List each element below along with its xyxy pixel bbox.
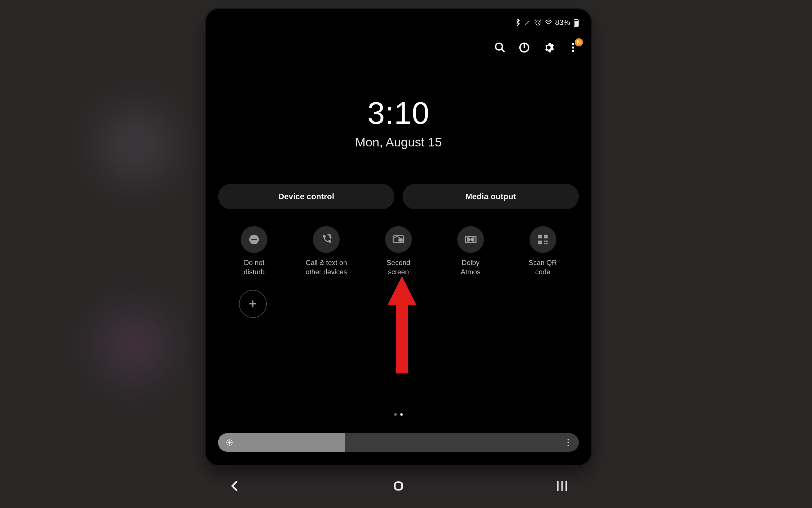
device-frame: 83% N 3:10 Mon, August 15 Device control… [206, 9, 591, 465]
media-output-button[interactable]: Media output [402, 184, 579, 209]
svg-point-4 [496, 43, 502, 50]
brightness-fill [218, 433, 345, 452]
home-button[interactable] [390, 477, 407, 495]
qs-tile-do-not-disturb[interactable]: Do not disturb [219, 226, 289, 277]
qs-label: Do not disturb [244, 258, 264, 277]
svg-rect-19 [544, 243, 546, 245]
brightness-more-icon[interactable] [564, 433, 572, 452]
qs-label: Second screen [387, 258, 410, 277]
svg-rect-10 [251, 239, 257, 240]
notification-badge: N [575, 38, 583, 46]
qs-tile-scan-qr[interactable]: Scan QR code [508, 226, 578, 277]
dnd-icon [241, 226, 267, 253]
svg-rect-20 [546, 243, 548, 245]
svg-rect-2 [574, 21, 578, 26]
settings-gear-icon[interactable] [543, 42, 554, 53]
pen-icon [524, 19, 531, 27]
pill-label: Media output [465, 192, 516, 201]
background-blob [96, 307, 171, 383]
svg-rect-12 [398, 238, 403, 242]
svg-point-7 [572, 46, 574, 48]
page-dot[interactable] [394, 413, 397, 416]
system-navigation-bar [206, 474, 591, 498]
qs-label: Dolby Atmos [461, 258, 480, 277]
alarm-icon [534, 19, 542, 27]
qs-tile-dolby-atmos[interactable]: Dolby Atmos [436, 226, 506, 277]
page-dot-active[interactable] [400, 413, 403, 416]
brightness-icon [226, 439, 233, 446]
clock-section: 3:10 Mon, August 15 [206, 97, 591, 149]
background-blob [98, 107, 174, 183]
bluetooth-icon [513, 19, 521, 27]
power-icon[interactable] [518, 42, 530, 53]
wifi-icon [545, 19, 552, 27]
qr-code-icon [529, 226, 556, 253]
svg-point-8 [572, 50, 574, 52]
panel-toolbar: N [494, 42, 579, 53]
quick-settings-grid: Do not disturb Call & text on other devi… [218, 226, 579, 277]
add-tile-button[interactable] [239, 290, 267, 318]
qs-label: Scan QR code [529, 258, 557, 277]
svg-rect-23 [395, 482, 402, 490]
battery-percentage: 83% [555, 18, 570, 27]
clock-date: Mon, August 15 [206, 135, 591, 149]
second-screen-icon [385, 226, 412, 253]
back-button[interactable] [226, 477, 244, 495]
qs-add-row [218, 290, 288, 318]
qs-label: Call & text on other devices [306, 258, 347, 277]
brightness-slider[interactable] [218, 433, 579, 452]
svg-marker-21 [387, 276, 417, 374]
more-options-icon[interactable]: N [567, 42, 579, 53]
svg-rect-17 [544, 241, 546, 242]
page-indicator [206, 413, 591, 416]
qs-tile-second-screen[interactable]: Second screen [364, 226, 433, 277]
svg-point-6 [572, 43, 574, 45]
pill-label: Device control [279, 192, 334, 201]
svg-point-22 [228, 441, 231, 444]
dolby-icon [457, 226, 484, 253]
svg-rect-15 [544, 235, 548, 239]
battery-icon [573, 18, 580, 27]
svg-rect-14 [538, 235, 542, 239]
qs-tile-call-text-devices[interactable]: Call & text on other devices [292, 226, 361, 277]
clock-time: 3:10 [206, 97, 591, 129]
control-pill-row: Device control Media output [218, 184, 579, 209]
svg-rect-3 [575, 18, 577, 19]
svg-rect-18 [546, 241, 548, 242]
call-sync-icon [313, 226, 340, 253]
annotation-arrow [387, 276, 417, 374]
status-bar: 83% [513, 18, 580, 27]
svg-rect-16 [538, 241, 542, 245]
recents-button[interactable] [553, 477, 571, 495]
search-icon[interactable] [494, 42, 506, 53]
device-control-button[interactable]: Device control [218, 184, 394, 209]
